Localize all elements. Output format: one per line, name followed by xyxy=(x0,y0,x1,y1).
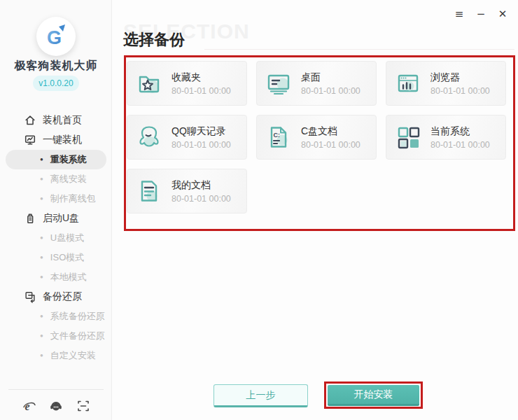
bullet-icon: ● xyxy=(40,333,43,339)
backup-card-my-documents[interactable]: 我的文档 80-01-01 00:00 xyxy=(127,169,247,214)
backup-restore-icon xyxy=(24,290,36,303)
svg-text:G: G xyxy=(47,27,62,48)
start-install-button[interactable]: 开始安装 xyxy=(328,385,419,406)
backup-card-grid: 收藏夹 80-01-01 00:00 桌面 80-01-01 00:00 xyxy=(127,61,506,214)
sidebar-item-backup-restore[interactable]: 备份还原 xyxy=(0,287,112,307)
version-badge: v1.0.0.20 xyxy=(33,76,79,91)
app-logo: G xyxy=(36,17,76,56)
sidebar-item-label: 重装系统 xyxy=(50,153,87,166)
backup-time: 80-01-01 00:00 xyxy=(301,140,360,150)
sidebar-item-label: 备份还原 xyxy=(43,290,82,303)
sidebar-footer: e xyxy=(0,396,112,416)
prev-step-button[interactable]: 上一步 xyxy=(214,384,308,407)
support-headset-icon[interactable] xyxy=(48,398,64,414)
sidebar-item-label: 离线安装 xyxy=(50,173,87,186)
bullet-icon: ● xyxy=(40,314,43,319)
page-title: 选择备份 xyxy=(123,29,185,50)
sidebar-item-file-backup-restore[interactable]: ● 文件备份还原 xyxy=(0,326,112,346)
my-documents-icon xyxy=(135,177,163,205)
menu-icon[interactable]: ≡ xyxy=(451,6,468,22)
backup-time: 80-01-01 00:00 xyxy=(172,86,231,96)
sidebar-item-label: 文件备份还原 xyxy=(50,330,105,342)
c-drive-doc-icon: C: xyxy=(265,123,293,151)
bullet-icon: ● xyxy=(40,255,43,260)
sidebar-item-local-mode[interactable]: ● 本地模式 xyxy=(0,267,112,287)
sidebar-item-iso-mode[interactable]: ● ISO模式 xyxy=(0,248,112,267)
card-texts: 浏览器 80-01-01 00:00 xyxy=(430,71,490,96)
sidebar-item-label: 启动U盘 xyxy=(43,212,79,225)
sidebar: G 极客狗装机大师 v1.0.0.20 装机首页 xyxy=(0,0,112,420)
window-controls: ≡ − ✕ xyxy=(451,6,511,22)
sidebar-item-label: U盘模式 xyxy=(50,232,84,244)
backup-name: 桌面 xyxy=(301,71,360,84)
sidebar-item-reinstall-system[interactable]: ● 重装系统 xyxy=(6,150,106,169)
sidebar-item-home[interactable]: 装机首页 xyxy=(0,111,112,130)
bullet-icon: ● xyxy=(40,353,43,358)
bullet-icon: ● xyxy=(40,274,43,280)
home-icon xyxy=(24,114,36,127)
svg-text:C:: C: xyxy=(274,132,281,139)
qq-penguin-icon xyxy=(135,123,163,151)
desktop-icon xyxy=(265,69,293,97)
card-texts: 收藏夹 80-01-01 00:00 xyxy=(172,71,231,96)
card-texts: 我的文档 80-01-01 00:00 xyxy=(172,179,231,204)
sidebar-item-label: 自定义安装 xyxy=(50,349,96,362)
sidebar-item-label: 系统备份还原 xyxy=(50,310,105,323)
sidebar-item-boot-usb[interactable]: 启动U盘 xyxy=(0,209,112,228)
card-texts: 桌面 80-01-01 00:00 xyxy=(301,71,360,96)
browser-chart-icon xyxy=(394,69,422,97)
backup-name: C盘文档 xyxy=(301,125,360,138)
minimize-icon[interactable]: − xyxy=(472,6,489,22)
sidebar-item-custom-install[interactable]: ● 自定义安装 xyxy=(0,346,112,365)
sidebar-item-offline-install[interactable]: ● 离线安装 xyxy=(0,169,112,189)
backup-time: 80-01-01 00:00 xyxy=(172,140,231,150)
backup-time: 80-01-01 00:00 xyxy=(172,194,231,204)
scan-icon[interactable] xyxy=(76,398,91,414)
title-underline xyxy=(204,49,514,50)
bullet-icon: ● xyxy=(40,196,43,202)
backup-time: 80-01-01 00:00 xyxy=(301,86,360,96)
sidebar-item-label: ISO模式 xyxy=(50,251,84,264)
backup-card-browser[interactable]: 浏览器 80-01-01 00:00 xyxy=(386,61,506,106)
backup-time: 80-01-01 00:00 xyxy=(430,140,490,150)
card-texts: QQ聊天记录 80-01-01 00:00 xyxy=(172,125,231,150)
backup-name: 我的文档 xyxy=(172,179,231,192)
usb-drive-icon xyxy=(24,212,36,225)
system-grid-icon xyxy=(394,123,422,151)
sidebar-menu: 装机首页 一键装机 ● 重装系统 ● 离线安装 xyxy=(0,111,112,365)
sidebar-item-one-key-install[interactable]: 一键装机 xyxy=(0,130,112,150)
backup-time: 80-01-01 00:00 xyxy=(430,86,490,96)
sidebar-divider xyxy=(8,389,104,390)
backup-name: QQ聊天记录 xyxy=(172,125,231,138)
backup-name: 收藏夹 xyxy=(172,71,231,84)
card-texts: 当前系统 80-01-01 00:00 xyxy=(430,125,490,150)
sidebar-item-label: 制作离线包 xyxy=(50,192,96,205)
bullet-icon: ● xyxy=(40,235,43,241)
card-texts: C盘文档 80-01-01 00:00 xyxy=(301,125,360,150)
backup-name: 当前系统 xyxy=(430,125,490,138)
bullet-icon: ● xyxy=(40,157,43,162)
backup-name: 浏览器 xyxy=(430,71,490,84)
sidebar-item-make-offline-pack[interactable]: ● 制作离线包 xyxy=(0,189,112,209)
dog-g-logo-icon: G xyxy=(42,22,70,50)
sidebar-item-label: 装机首页 xyxy=(43,114,82,127)
backup-card-favorites[interactable]: 收藏夹 80-01-01 00:00 xyxy=(127,61,247,106)
backup-card-desktop[interactable]: 桌面 80-01-01 00:00 xyxy=(256,61,377,106)
ie-browser-icon[interactable]: e xyxy=(22,398,37,414)
folder-star-icon xyxy=(135,69,163,97)
sidebar-item-usb-mode[interactable]: ● U盘模式 xyxy=(0,228,112,248)
bullet-icon: ● xyxy=(40,176,43,182)
app-window: ≡ − ✕ G 极客狗装机大师 v1.0.0.20 xyxy=(0,0,518,420)
close-icon[interactable]: ✕ xyxy=(494,6,511,22)
svg-text:e: e xyxy=(24,400,29,412)
monitor-icon xyxy=(24,134,36,146)
sidebar-item-system-backup-restore[interactable]: ● 系统备份还原 xyxy=(0,307,112,326)
sidebar-item-label: 本地模式 xyxy=(50,271,87,284)
backup-card-current-system[interactable]: 当前系统 80-01-01 00:00 xyxy=(386,115,506,160)
app-name: 极客狗装机大师 xyxy=(0,59,112,74)
backup-card-c-drive-docs[interactable]: C: C盘文档 80-01-01 00:00 xyxy=(256,115,377,160)
backup-card-qq-chat[interactable]: QQ聊天记录 80-01-01 00:00 xyxy=(127,115,247,160)
sidebar-item-label: 一键装机 xyxy=(43,134,82,146)
